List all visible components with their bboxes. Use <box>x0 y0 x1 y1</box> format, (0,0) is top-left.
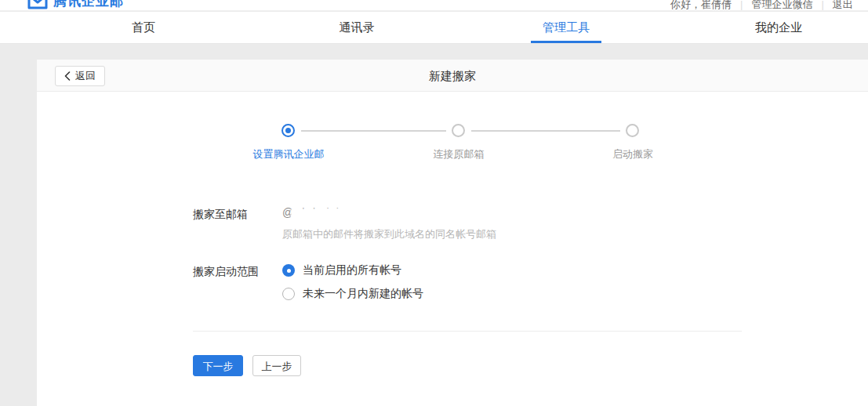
previous-step-button[interactable]: 上一步 <box>252 355 301 376</box>
topbar: 腾讯企业邮 你好，崔倩倩|管理企业微信|退出 <box>0 0 868 11</box>
tab-contacts[interactable]: 通讯录 <box>340 12 375 44</box>
next-step-button[interactable]: 下一步 <box>193 355 243 376</box>
radio-label: 当前启用的所有帐号 <box>303 263 401 277</box>
mailbox-field-label: 搬家至邮箱 <box>193 208 248 222</box>
step-connector-2 <box>471 130 620 132</box>
radio-label: 未来一个月内新建的帐号 <box>303 287 423 301</box>
section-divider <box>193 331 742 332</box>
step-1-indicator <box>281 124 295 137</box>
tab-home[interactable]: 首页 <box>132 12 155 44</box>
divider: | <box>821 0 823 10</box>
step-2-indicator <box>452 124 465 137</box>
step-connector-1 <box>301 130 446 132</box>
radio-unselected-icon[interactable] <box>282 288 295 300</box>
card-header: 返回 新建搬家 <box>37 60 868 92</box>
step-2-label: 连接原邮箱 <box>434 147 485 161</box>
mailbox-domain-redacted: wh.baiyin.com <box>293 206 373 219</box>
divider: | <box>740 0 743 10</box>
page-title: 新建搬家 <box>37 60 868 92</box>
tab-admin-tools[interactable]: 管理工具 <box>543 12 590 44</box>
logout-link[interactable]: 退出 <box>833 0 853 10</box>
logo-text: 腾讯企业邮 <box>53 0 124 11</box>
greeting-text: 你好，崔倩倩 <box>670 0 732 10</box>
app-logo[interactable]: 腾讯企业邮 <box>27 0 124 11</box>
mailbox-domain-value: @wh.baiyin.com <box>282 206 373 219</box>
tab-my-company[interactable]: 我的企业 <box>755 12 802 44</box>
step-3-indicator <box>626 124 639 137</box>
user-links: 你好，崔倩倩|管理企业微信|退出 <box>670 0 853 11</box>
scope-field-label: 搬家启动范围 <box>193 265 259 279</box>
step-3-label: 启动搬家 <box>612 147 653 161</box>
step-1-label: 设置腾讯企业邮 <box>253 147 325 161</box>
radio-selected-icon[interactable] <box>282 264 295 277</box>
main-nav: 首页 通讯录 管理工具 我的企业 <box>0 12 868 44</box>
active-tab-underline <box>531 41 601 43</box>
manage-wecom-link[interactable]: 管理企业微信 <box>751 0 812 10</box>
mailbox-hint-text: 原邮箱中的邮件将搬家到此域名的同名帐号邮箱 <box>282 227 496 241</box>
migration-card: 返回 新建搬家 设置腾讯企业邮 连接原邮箱 启动搬家 搬家至邮箱 @wh.bai… <box>37 60 868 406</box>
scope-option-all-accounts[interactable]: 当前启用的所有帐号 <box>282 263 401 277</box>
mail-logo-icon <box>27 0 48 11</box>
scope-option-future-accounts[interactable]: 未来一个月内新建的帐号 <box>282 287 423 301</box>
